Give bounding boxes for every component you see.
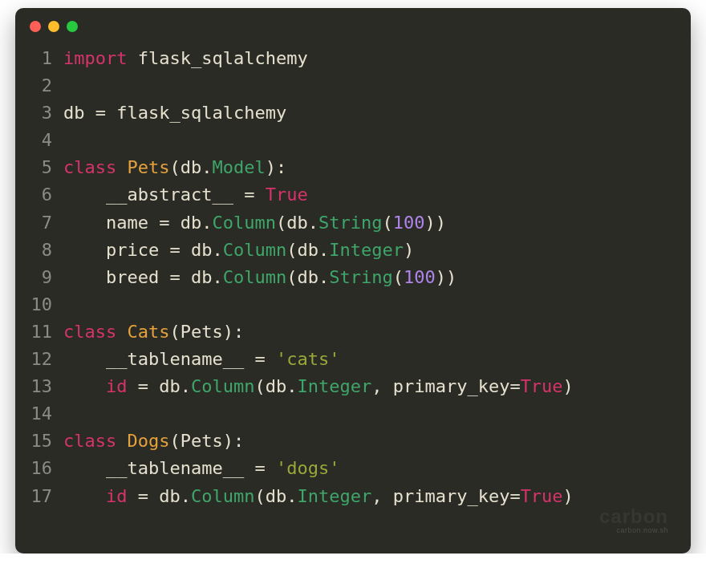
code-token: . <box>319 240 329 260</box>
code-token: db <box>63 103 95 123</box>
code-token: __abstract__ <box>63 185 244 205</box>
code-token: Integer <box>297 486 371 506</box>
code-line: 14 <box>15 400 691 428</box>
code-token: ( <box>382 213 392 233</box>
code-line: 15class Dogs(Pets): <box>15 428 691 455</box>
line-number: 4 <box>15 127 63 154</box>
code-line: 3db = flask_sqlalchemy <box>15 99 691 127</box>
line-number: 1 <box>15 45 63 72</box>
code-token: db <box>148 486 181 506</box>
code-token: Pets <box>127 157 169 177</box>
code-line: 4 <box>15 127 691 154</box>
code-line: 12 __tablename__ = 'cats' <box>15 346 691 373</box>
code-token: True <box>521 376 563 396</box>
close-icon[interactable] <box>30 21 41 32</box>
code-token: ( <box>393 267 404 287</box>
code-token: (db <box>169 157 201 177</box>
code-token: id <box>106 376 128 396</box>
line-content <box>63 72 74 99</box>
line-content: class Dogs(Pets): <box>63 428 244 455</box>
code-token: . <box>181 486 191 506</box>
line-content: class Cats(Pets): <box>63 318 244 346</box>
line-number: 7 <box>15 209 63 237</box>
line-content <box>63 291 74 318</box>
line-number: 3 <box>15 99 63 127</box>
line-number: 12 <box>15 346 63 373</box>
line-content: __tablename__ = 'dogs' <box>63 455 339 482</box>
code-token: flask_sqlalchemy <box>106 103 286 123</box>
line-number: 11 <box>15 318 63 346</box>
code-token: = <box>159 213 169 233</box>
line-content: __abstract__ = True <box>63 181 308 209</box>
watermark-brand: carbon <box>599 505 668 527</box>
code-token: )) <box>424 213 446 233</box>
line-number: 15 <box>15 428 63 455</box>
code-token: . <box>201 157 212 177</box>
code-token: . <box>319 267 329 287</box>
watermark: carbon carbon.now.sh <box>15 505 691 534</box>
code-token: = <box>254 349 265 369</box>
code-token: (db <box>254 376 286 396</box>
code-token: Model <box>212 157 265 177</box>
code-token: Integer <box>329 240 404 260</box>
code-token: ): <box>266 157 287 177</box>
code-token: . <box>286 376 297 396</box>
code-token: = <box>169 267 180 287</box>
code-token: . <box>201 213 212 233</box>
code-token: class <box>63 322 127 342</box>
line-content: __tablename__ = 'cats' <box>63 346 339 373</box>
code-token: db <box>169 213 201 233</box>
code-token <box>63 486 106 506</box>
code-token: 100 <box>393 213 425 233</box>
code-token: = <box>95 103 106 123</box>
code-token: 100 <box>404 267 436 287</box>
code-token: True <box>521 486 563 506</box>
code-token: = <box>254 458 265 478</box>
code-token <box>127 486 137 506</box>
line-number: 6 <box>15 181 63 209</box>
code-token: = <box>509 376 520 396</box>
code-token: = <box>244 185 254 205</box>
code-token: (db <box>276 213 308 233</box>
code-line: 16 __tablename__ = 'dogs' <box>15 455 691 482</box>
code-token: , primary_key <box>371 486 509 506</box>
line-number: 16 <box>15 455 63 482</box>
code-token: db <box>181 267 213 287</box>
code-token: Column <box>223 240 286 260</box>
line-content <box>63 127 74 154</box>
code-token: = <box>509 486 520 506</box>
code-token: Column <box>223 267 286 287</box>
code-token: ) <box>563 376 574 396</box>
code-token: String <box>329 267 392 287</box>
maximize-icon[interactable] <box>67 21 78 32</box>
code-token <box>63 376 106 396</box>
code-token: 'cats' <box>276 349 339 369</box>
code-line: 6 __abstract__ = True <box>15 181 691 209</box>
minimize-icon[interactable] <box>48 21 59 32</box>
code-line: 9 breed = db.Column(db.String(100)) <box>15 264 691 291</box>
code-token: (db <box>286 267 319 287</box>
code-token: . <box>212 240 222 260</box>
code-token: ) <box>404 240 414 260</box>
code-token: 'dogs' <box>276 458 339 478</box>
code-token: Column <box>191 486 254 506</box>
code-token: Integer <box>297 376 371 396</box>
code-token: price <box>63 240 169 260</box>
line-number: 14 <box>15 400 63 428</box>
line-number: 8 <box>15 237 63 264</box>
line-number: 10 <box>15 291 63 318</box>
window-titlebar <box>15 8 691 39</box>
code-token: flask_sqlalchemy <box>127 48 307 68</box>
code-token: name <box>63 213 159 233</box>
line-content: class Pets(db.Model): <box>63 154 286 181</box>
code-token: __tablename__ <box>63 349 254 369</box>
code-window: 1import flask_sqlalchemy2 3db = flask_sq… <box>15 8 691 554</box>
line-content: db = flask_sqlalchemy <box>63 99 286 127</box>
code-token: String <box>319 213 382 233</box>
code-token: class <box>63 431 127 451</box>
code-line: 1import flask_sqlalchemy <box>15 45 691 72</box>
code-token: db <box>181 240 213 260</box>
code-token: . <box>308 213 319 233</box>
code-token <box>127 376 137 396</box>
code-token: Column <box>191 376 254 396</box>
